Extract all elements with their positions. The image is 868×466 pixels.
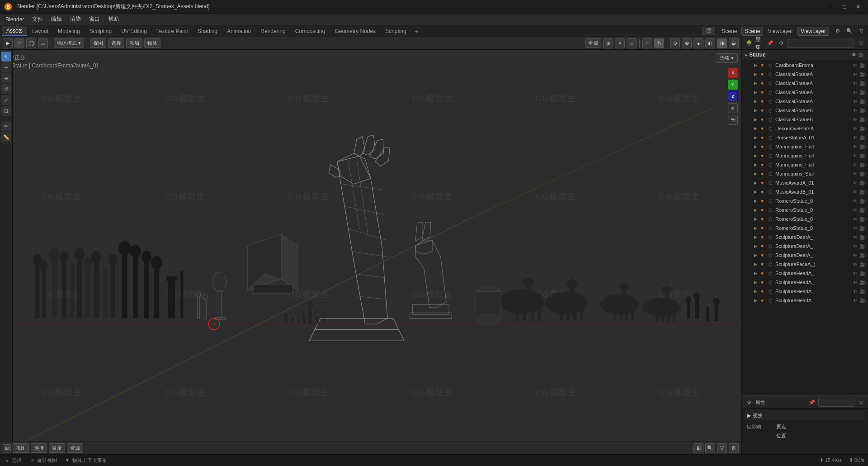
- outliner-item-13[interactable]: ▶ ▼ ⬡ MusicAwardA_01 👁 🎥: [742, 178, 868, 187]
- grid-icon[interactable]: ⊞: [693, 443, 703, 453]
- snap-icon[interactable]: ⌖: [615, 38, 625, 48]
- outliner-item-10[interactable]: ▶ ▼ ⬡ Mannequins_Half 👁 🎥: [742, 151, 868, 160]
- view-menu[interactable]: 视图: [90, 38, 106, 48]
- transform-section[interactable]: ▶ 变换: [745, 410, 865, 420]
- outliner-item-11[interactable]: ▶ ▼ ⬡ Mannequins_Half 👁 🎥: [742, 160, 868, 169]
- outliner-pin[interactable]: 📌: [766, 39, 775, 48]
- tab-compositing[interactable]: Compositing: [291, 27, 330, 36]
- gizmo-rotate-y[interactable]: Y: [728, 80, 738, 90]
- tool-move[interactable]: ⊕: [1, 73, 11, 83]
- outliner-item-26[interactable]: ▶ ▼ ⬡ SculptureHeadA_ 👁 🎥: [742, 296, 868, 305]
- outliner-item-21[interactable]: ▶ ▼ ⬡ SculptureDeerA_ 👁 🎥: [742, 251, 868, 260]
- outliner-item-22[interactable]: ▶ ▼ ⬡ SculptureFaceA_( 👁 🎥: [742, 260, 868, 269]
- tool-scale[interactable]: ⤢: [1, 95, 11, 105]
- shading-solid[interactable]: ●: [693, 38, 703, 48]
- tab-shading[interactable]: Shading: [193, 27, 222, 36]
- outliner-search[interactable]: [788, 39, 854, 48]
- shading-viewport[interactable]: ◒: [729, 38, 739, 48]
- tab-rendering[interactable]: Rendering: [256, 27, 290, 36]
- outliner-item-6[interactable]: ▶ ▼ ⬡ ClassicalStatueB 👁 🎥: [742, 115, 868, 124]
- properties-pin[interactable]: 📌: [807, 398, 816, 407]
- scene-selector[interactable]: Scene: [741, 27, 763, 36]
- outliner-item-25[interactable]: ▶ ▼ ⬡ SculptureHeadA_ 👁 🎥: [742, 287, 868, 296]
- menu-render[interactable]: 渲染: [66, 14, 85, 24]
- outliner-item-8[interactable]: ▶ ▼ ⬡ HorseStatueA_01 👁 🎥: [742, 133, 868, 142]
- gizmo-rotate-z[interactable]: Z: [728, 91, 738, 101]
- outliner-filter[interactable]: ▽: [856, 39, 865, 48]
- proportional-icon[interactable]: ○: [627, 38, 637, 48]
- tab-uv-editing[interactable]: UV Editing: [117, 27, 151, 36]
- settings-btn[interactable]: ⚙: [729, 443, 739, 453]
- properties-filter[interactable]: ▽: [856, 398, 865, 407]
- menu-file[interactable]: 文件: [28, 14, 47, 24]
- tab-scripting[interactable]: Scripting: [381, 27, 411, 36]
- outliner-item-1[interactable]: ▶ ▼ ⬡ ClassicalStatueA 👁 🎥: [742, 70, 868, 79]
- tab-animation[interactable]: Animation: [222, 27, 255, 36]
- outliner-icon[interactable]: 🌳: [745, 39, 754, 48]
- outliner-item-16[interactable]: ▶ ▼ ⬡ RomeroStatue_0 👁 🎥: [742, 205, 868, 214]
- outliner-item-3[interactable]: ▶ ▼ ⬡ ClassicalStatueA 👁 🎥: [742, 88, 868, 97]
- select-menu[interactable]: 选择: [108, 38, 124, 48]
- properties-search[interactable]: [818, 398, 854, 407]
- menu-edit[interactable]: 编辑: [47, 14, 66, 24]
- tool-select[interactable]: ↖: [1, 52, 11, 62]
- tab-geometry-nodes[interactable]: Geometry Nodes: [330, 27, 380, 36]
- shading-material[interactable]: ◐: [705, 38, 715, 48]
- engine-selector[interactable]: 🎬: [703, 27, 715, 35]
- mode-selector[interactable]: 物体模式 ▾: [54, 38, 84, 48]
- outliner-item-20[interactable]: ▶ ▼ ⬡ SculptureDeerA_ 👁 🎥: [742, 242, 868, 251]
- viewport-shade-2[interactable]: 八: [654, 38, 664, 48]
- filter-icon[interactable]: ▽: [856, 26, 866, 36]
- menu-blender[interactable]: Blender: [2, 15, 28, 24]
- viewport-canvas[interactable]: ↖ ✛ ⊕ ↺ ⤢ ⊞ ✏ 📏 CG模型主 CG模型主 CG模型主 CG模型主 …: [0, 50, 741, 442]
- tool-cursor[interactable]: ✛: [1, 62, 11, 72]
- maximize-button[interactable]: □: [838, 2, 851, 12]
- viewport-select-dropdown[interactable]: 选项 ▾: [716, 53, 738, 63]
- filter-btn[interactable]: ▽: [717, 443, 727, 453]
- tool-transform[interactable]: ⊞: [1, 106, 11, 116]
- outliner-item-24[interactable]: ▶ ▼ ⬡ SculptureHeadA_ 👁 🎥: [742, 278, 868, 287]
- bottom-assets[interactable]: 资源: [67, 443, 83, 453]
- collection-header[interactable]: ● Statue 👁 🎥: [742, 50, 868, 60]
- bottom-select[interactable]: 选择: [31, 443, 47, 453]
- outliner-item-17[interactable]: ▶ ▼ ⬡ RomeroStatue_0 👁 🎥: [742, 214, 868, 223]
- outliner-item-15[interactable]: ▶ ▼ ⬡ RomeroStatue_0 👁 🎥: [742, 196, 868, 205]
- bottom-view[interactable]: 视图: [13, 443, 29, 453]
- outliner-item-4[interactable]: ▶ ▼ ⬡ ClassicalStatueA 👁 🎥: [742, 97, 868, 106]
- bottom-cursor[interactable]: 目录: [49, 443, 65, 453]
- close-button[interactable]: ✕: [852, 2, 864, 12]
- tab-add-button[interactable]: +: [411, 26, 422, 36]
- add-menu[interactable]: 添加: [126, 38, 142, 48]
- view-mode-btn[interactable]: ⊞: [3, 444, 11, 452]
- tool-measure[interactable]: 📏: [1, 132, 11, 142]
- search-icon[interactable]: 🔍: [844, 26, 854, 36]
- outliner-item-7[interactable]: ▶ ▼ ⬡ DecorativePlateA 👁 🎥: [742, 124, 868, 133]
- viewlayer-selector[interactable]: ViewLayer: [797, 27, 829, 36]
- viewport-tool-icon[interactable]: ▶: [3, 38, 13, 48]
- tool-annotate[interactable]: ✏: [1, 121, 11, 131]
- link-icon[interactable]: ⊕: [603, 38, 613, 48]
- menu-help[interactable]: 帮助: [104, 14, 123, 24]
- tab-sculpting[interactable]: Sculpting: [85, 27, 116, 36]
- tab-layout[interactable]: Layout: [28, 27, 53, 36]
- ortho-toggle[interactable]: ⊕: [728, 103, 738, 113]
- object-menu[interactable]: 物体: [144, 38, 160, 48]
- select-circle-icon[interactable]: ◯: [26, 38, 36, 48]
- outliner-item-0[interactable]: ▶ ▼ ⬡ CardboardEmma 👁 🎥: [742, 61, 868, 70]
- tab-modeling[interactable]: Modeling: [53, 27, 85, 36]
- gizmo-btn[interactable]: ⊗: [682, 38, 692, 48]
- properties-icon[interactable]: ⚙: [745, 398, 754, 407]
- outliner-item-14[interactable]: ▶ ▼ ⬡ MusicAwardB_01 👁 🎥: [742, 187, 868, 196]
- material-btn[interactable]: 全属: [585, 38, 601, 48]
- outliner-item-9[interactable]: ▶ ▼ ⬡ Mannequins_Half 👁 🎥: [742, 142, 868, 151]
- viewport-shade-1[interactable]: □: [642, 38, 652, 48]
- tab-assets[interactable]: Assets: [2, 26, 27, 36]
- outliner-item-18[interactable]: ▶ ▼ ⬡ RomeroStatue_0 👁 🎥: [742, 223, 868, 233]
- search-btn[interactable]: 🔍: [705, 443, 715, 453]
- shading-render[interactable]: ◑: [717, 38, 727, 48]
- minimize-button[interactable]: —: [825, 2, 837, 12]
- tool-rotate[interactable]: ↺: [1, 84, 11, 94]
- outliner-item-12[interactable]: ▶ ▼ ⬡ Mannequins_Star 👁 🎥: [742, 169, 868, 178]
- outliner-item-2[interactable]: ▶ ▼ ⬡ ClassicalStatueA 👁 🎥: [742, 79, 868, 88]
- gizmo-rotate-x[interactable]: X: [728, 68, 738, 78]
